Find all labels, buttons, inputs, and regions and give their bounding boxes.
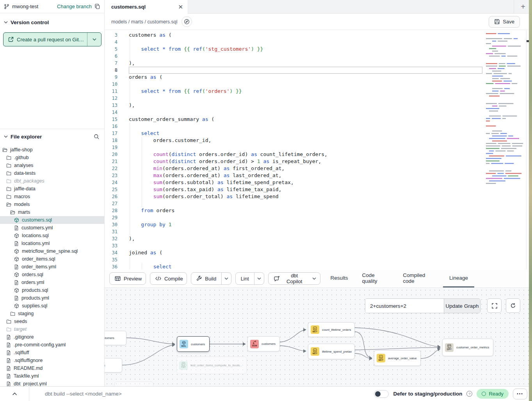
create-pr-dropdown[interactable] (87, 33, 101, 46)
code-editor[interactable]: 23customers as (45 select * from {{ ref(… (105, 30, 532, 270)
file-tree-item[interactable]: marts (0, 208, 104, 216)
lineage-node-count_lifetime_orders[interactable]: METcount_lifetime_orders (308, 322, 355, 337)
compile-button[interactable]: Compile (150, 272, 187, 285)
lineage-node-customers[interactable]: SEMcustomers (247, 336, 280, 351)
file-tree-item[interactable]: customers.sql (0, 216, 104, 224)
chevron-down-icon[interactable] (4, 135, 8, 138)
close-icon[interactable]: ✕ (178, 4, 183, 10)
panel-tab-lineage[interactable]: Lineage (443, 270, 474, 287)
code-line[interactable]: 9orders as ( (105, 74, 532, 81)
panel-tab-results[interactable]: Results (324, 270, 354, 287)
minimap[interactable] (485, 32, 526, 227)
file-tree-item[interactable]: macros (0, 193, 104, 200)
code-line[interactable]: 16 (105, 123, 532, 130)
copy-icon[interactable] (94, 4, 100, 9)
code-line[interactable]: 12 (105, 95, 532, 102)
file-tree-item[interactable]: README.md (0, 364, 104, 372)
file-tree-item[interactable]: .gitignore (0, 333, 104, 341)
create-pr-button[interactable]: Create a pull request on Git… (3, 32, 101, 46)
file-tree-item[interactable]: .sqlfluffignore (0, 357, 104, 364)
lineage-node-partial[interactable] (114, 381, 153, 386)
code-line[interactable]: 33 (105, 242, 532, 249)
file-tree-item[interactable]: orders.yml (0, 279, 104, 286)
code-line[interactable]: 21 count(distinct orders.order_id) > 1 a… (105, 158, 532, 165)
build-dropdown[interactable] (221, 273, 231, 284)
tab-customers-sql[interactable]: customers.sql ✕ (105, 0, 188, 14)
lineage-selector-input[interactable] (365, 299, 444, 313)
code-line[interactable]: 36 select (105, 263, 532, 270)
file-tree-item[interactable]: metricflow_time_spine.sql (0, 247, 104, 255)
more-options-button[interactable]: ••• (513, 389, 527, 399)
command-input[interactable]: dbt build --select <model_name> (45, 391, 374, 397)
file-tree-item[interactable]: data-tests (0, 169, 104, 177)
file-tree-item[interactable]: .pre-commit-config.yaml (0, 341, 104, 349)
refresh-icon[interactable] (506, 298, 520, 313)
code-line[interactable]: 7), (105, 60, 532, 67)
file-tree-item[interactable]: supplies.sql (0, 302, 104, 310)
file-tree-item[interactable]: jaffle-shop (0, 146, 104, 154)
code-line[interactable]: 11 select * from {{ ref('orders') }} (105, 88, 532, 95)
code-line[interactable]: 3customers as ( (105, 32, 532, 39)
file-tree-item[interactable]: models (0, 200, 104, 208)
file-tree-item[interactable]: products.yml (0, 294, 104, 302)
lineage-node-stg_customers[interactable]: MDLstg_customers (105, 331, 126, 345)
file-tree-item[interactable]: order_items.yml (0, 263, 104, 271)
code-line[interactable]: 18 orders.customer_id, (105, 137, 532, 144)
code-line[interactable]: 4 (105, 39, 532, 46)
change-branch-link[interactable]: Change branch (57, 4, 92, 9)
dbt-copilot-button[interactable]: dbt Copilot (268, 272, 320, 285)
code-line[interactable]: 31 (105, 228, 532, 235)
code-line[interactable]: 24 sum(orders.subtotal) as lifetime_spen… (105, 179, 532, 186)
code-line[interactable]: 26 sum(orders.order_total) as lifetime_s… (105, 193, 532, 200)
save-button[interactable]: Save (489, 16, 520, 28)
code-line[interactable]: 23 max(orders.ordered_at) as last_ordere… (105, 172, 532, 179)
file-tree-item[interactable]: .github (0, 154, 104, 161)
lineage-node-customers[interactable]: MDLcustomers (177, 336, 210, 352)
code-line[interactable]: 28 from orders (105, 207, 532, 214)
file-tree-item[interactable]: seeds (0, 318, 104, 325)
code-line[interactable]: 29 (105, 214, 532, 221)
code-line[interactable]: 19 (105, 144, 532, 151)
lineage-node-customer_order_metrics[interactable]: QRYcustomer_order_metrics (442, 339, 493, 356)
file-tree-item[interactable]: order_items.sql (0, 255, 104, 263)
fullscreen-icon[interactable] (487, 298, 502, 313)
panel-tab-code-quality[interactable]: Code quality (356, 270, 395, 287)
code-line[interactable]: 32), (105, 235, 532, 242)
file-tree-item[interactable]: orders.sql (0, 271, 104, 279)
lineage-panel[interactable]: MDLstg_customersMDLordersMDLcustomersTST… (105, 288, 532, 386)
code-line[interactable]: 5 select * from {{ ref('stg_customers') … (105, 46, 532, 53)
code-line[interactable]: 27 (105, 200, 532, 207)
code-line[interactable]: 35 (105, 256, 532, 263)
file-tree-item[interactable]: locations.sql (0, 232, 104, 240)
lint-button[interactable]: Lint (235, 272, 264, 285)
code-line[interactable]: 14 (105, 109, 532, 116)
file-tree-item[interactable]: staging (0, 310, 104, 318)
file-tree-item[interactable]: dbt_project.yml (0, 380, 104, 386)
file-tree-item[interactable]: Taskfile.yml (0, 372, 104, 380)
code-line[interactable]: 6 (105, 53, 532, 60)
preview-button[interactable]: Preview (109, 272, 146, 285)
file-tree-item[interactable]: .sqlfluff (0, 349, 104, 357)
lineage-node-lifetime_spend_pretax[interactable]: METlifetime_spend_pretax (308, 344, 355, 359)
code-line[interactable]: 8 (105, 67, 532, 74)
file-tree-item[interactable]: analyses (0, 161, 104, 169)
file-tree-item[interactable]: target (0, 325, 104, 333)
lineage-node-test_order_items_compute_to_bools-[interactable]: TSTtest_order_items_compute_to_bools... (176, 357, 247, 374)
lineage-node-orders[interactable]: MDLorders (105, 358, 122, 373)
search-icon[interactable] (94, 134, 100, 140)
code-line[interactable]: 17 select (105, 130, 532, 137)
file-tree-item[interactable]: products.sql (0, 286, 104, 294)
file-tree-item[interactable]: locations.yml (0, 240, 104, 247)
update-graph-button[interactable]: Update Graph (444, 299, 480, 313)
code-line[interactable]: 20 count(distinct orders.order_id) as co… (105, 151, 532, 158)
help-icon[interactable]: ? (466, 391, 472, 397)
code-line[interactable]: 34joined as ( (105, 249, 532, 256)
lineage-node-average_order_value[interactable]: METaverage_order_value (374, 350, 421, 366)
chevron-up-icon[interactable] (0, 387, 29, 401)
defer-toggle[interactable] (374, 390, 389, 398)
code-line[interactable]: 22 min(orders.ordered_at) as first_order… (105, 165, 532, 172)
build-button[interactable]: Build (191, 272, 231, 285)
code-line[interactable]: 15customer_orders_summary as ( (105, 116, 532, 123)
file-tree-item[interactable]: dbt_packages (0, 177, 104, 185)
panel-tab-compiled-code[interactable]: Compiled code (397, 270, 441, 287)
